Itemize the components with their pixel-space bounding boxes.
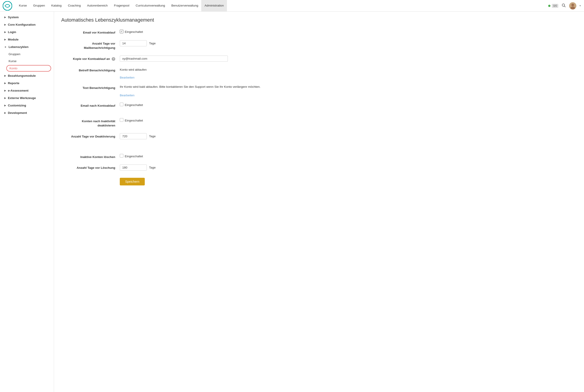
form-row-kopie: Kopie vor Kontoablauf an ? <box>61 56 577 62</box>
text-value: Ihr Konto wird bald ablaufen. Bitte kont… <box>120 84 260 89</box>
section-gap-3 <box>61 149 577 154</box>
chevron-icon: ▶ <box>4 74 6 77</box>
chevron-icon: ▶ <box>4 38 6 41</box>
control-anzahl-tage: Tage <box>120 40 577 46</box>
nav-item-autorenbereich[interactable]: Autorenbereich <box>84 0 111 12</box>
control-konten-deaktivieren: Eingeschaltet <box>120 118 577 122</box>
control-email-nach: Eingeschaltet <box>120 102 577 107</box>
form-row-anzahl-deaktivierung: Anzahl Tage vor Deaktivierung Tage <box>61 133 577 140</box>
svg-point-0 <box>3 1 12 10</box>
form-row-inaktive-loeschen: Inaktive Konten löschen Eingeschaltet <box>61 154 577 160</box>
konten-deaktivieren-value: Eingeschaltet <box>125 118 143 122</box>
sidebar-sub-item-konto[interactable]: Konto <box>6 65 51 72</box>
label-inaktive-loeschen: Inaktive Konten löschen <box>61 154 120 159</box>
input-anzahl-deaktivierung[interactable] <box>120 133 147 139</box>
form-row-anzahl-tage: Anzahl Tage vor Mailbenachrichtigung Tag… <box>61 40 577 51</box>
form-row-email-vor-kontoablauf: Email vor Kontoablauf Eingeschaltet <box>61 29 577 36</box>
sidebar-item-lebenszyklen[interactable]: ▼ Lebenszyklen <box>0 43 54 51</box>
chevron-icon: ▶ <box>4 30 6 34</box>
sidebar-item-externe-werkzeuge[interactable]: ▶ Externe Werkzeuge <box>0 94 54 102</box>
save-button[interactable]: Speichern <box>120 178 145 186</box>
sidebar-label-e-assessment: e-Assessment <box>8 89 29 92</box>
chevron-icon: ▶ <box>4 23 6 26</box>
control-anzahl-deaktivierung: Tage <box>120 133 577 139</box>
nav-item-gruppen[interactable]: Gruppen <box>30 0 48 12</box>
nav-item-administration[interactable]: Administration <box>201 0 227 12</box>
sidebar-item-login[interactable]: ▶ Login <box>0 28 54 36</box>
input-anzahl-loeschung[interactable] <box>120 164 147 170</box>
status-badge: 0/0 <box>552 4 558 8</box>
svg-point-4 <box>571 4 574 6</box>
checkbox-konten-deaktivieren[interactable] <box>120 118 123 122</box>
sidebar-item-reporte[interactable]: ▶ Reporte <box>0 80 54 87</box>
label-email-nach: Email nach Kontoablauf <box>61 102 120 108</box>
chevron-icon-expanded: ▼ <box>4 46 7 48</box>
form-row-email-nach: Email nach Kontoablauf Eingeschaltet <box>61 102 577 109</box>
sidebar-item-module[interactable]: ▶ Module <box>0 36 54 43</box>
checkbox-email-nach[interactable] <box>120 102 123 106</box>
nav-item-kurse[interactable]: Kurse <box>16 0 30 12</box>
label-konten-deaktivieren: Konten nach Inaktivität deaktivieren <box>61 118 120 128</box>
input-kopie[interactable] <box>120 56 228 62</box>
app-logo[interactable] <box>3 1 12 10</box>
sidebar: ▶ System ▶ Core Konfiguration ▶ Login ▶ … <box>0 12 54 392</box>
section-gap-2 <box>61 145 577 149</box>
nav-item-benutzerverwaltung[interactable]: Benutzerverwaltung <box>168 0 201 12</box>
sidebar-sub-item-kurse[interactable]: Kurse <box>0 58 54 64</box>
page-title: Automatisches Lebenszyklusmanagement <box>61 17 577 23</box>
checkbox-wrapper-email-nach: Eingeschaltet <box>120 102 143 107</box>
sidebar-label-lebenszyklen: Lebenszyklen <box>9 45 29 48</box>
sidebar-item-development[interactable]: ▶ Development <box>0 109 54 116</box>
control-save: Speichern <box>120 176 577 186</box>
page-layout: ▶ System ▶ Core Konfiguration ▶ Login ▶ … <box>0 12 584 392</box>
search-button[interactable] <box>560 2 567 9</box>
unit-tage-deakt: Tage <box>149 134 156 138</box>
checkbox-wrapper-email-vor: Eingeschaltet <box>120 29 143 34</box>
form-row-save: Speichern <box>61 176 577 186</box>
nav-items-list: Kurse Gruppen Katalog Coaching Autorenbe… <box>16 0 548 12</box>
checkbox-inaktive-loeschen[interactable] <box>120 154 123 158</box>
sidebar-label-core: Core Konfiguration <box>8 23 36 26</box>
top-navigation: Kurse Gruppen Katalog Coaching Autorenbe… <box>0 0 584 12</box>
sidebar-item-e-assessment[interactable]: ▶ e-Assessment <box>0 87 54 94</box>
text-edit-link[interactable]: Bearbeiten <box>120 94 260 97</box>
status-dot <box>548 5 550 7</box>
sidebar-label-module: Module <box>8 38 19 41</box>
main-content: Automatisches Lebenszyklusmanagement Ema… <box>54 12 584 392</box>
sidebar-item-system[interactable]: ▶ System <box>0 14 54 21</box>
sidebar-label-login: Login <box>8 30 16 34</box>
label-betreff: Betreff Benachrichtigung <box>61 67 120 73</box>
sidebar-label-development: Development <box>8 111 27 114</box>
label-text: Text Benachrichtigung <box>61 84 120 90</box>
nav-item-coaching[interactable]: Coaching <box>65 0 84 12</box>
chevron-icon: ▶ <box>4 89 6 92</box>
checkbox-email-vor-kontoablauf[interactable] <box>120 30 123 33</box>
sidebar-item-core-konfiguration[interactable]: ▶ Core Konfiguration <box>0 21 54 28</box>
betreff-block: Konto wird ablaufen Bearbeiten <box>120 67 147 79</box>
input-anzahl-tage[interactable] <box>120 40 147 46</box>
help-icon-kopie[interactable]: ? <box>112 57 115 61</box>
sidebar-sub-item-gruppen[interactable]: Gruppen <box>0 51 54 58</box>
label-anzahl-tage: Anzahl Tage vor Mailbenachrichtigung <box>61 40 120 50</box>
sidebar-item-customizing[interactable]: ▶ Customizing <box>0 102 54 109</box>
betreff-edit-link[interactable]: Bearbeiten <box>120 76 147 79</box>
form-row-text: Text Benachrichtigung Ihr Konto wird bal… <box>61 84 577 98</box>
user-menu-chevron[interactable]: ▼ <box>579 4 581 7</box>
svg-line-2 <box>564 6 565 7</box>
sidebar-label-customizing: Customizing <box>8 104 26 107</box>
sidebar-item-bezahlungsmodule[interactable]: ▶ Bezahlungsmodule <box>0 72 54 80</box>
label-kopie: Kopie vor Kontoablauf an ? <box>61 56 120 61</box>
checkbox-wrapper-inaktive: Eingeschaltet <box>120 154 143 158</box>
sidebar-label-externe-werkzeuge: Externe Werkzeuge <box>8 96 36 100</box>
inaktive-loeschen-value: Eingeschaltet <box>125 154 143 158</box>
checkbox-wrapper-konten-deaktivieren: Eingeschaltet <box>120 118 143 122</box>
nav-item-fragenpool[interactable]: Fragenpool <box>111 0 132 12</box>
label-anzahl-loeschung: Anzahl Tage vor Löschung <box>61 164 120 170</box>
nav-item-curriculumverwaltung[interactable]: Curriculumverwaltung <box>133 0 168 12</box>
unit-tage-mail: Tage <box>149 42 156 45</box>
sidebar-label-system: System <box>8 16 19 19</box>
nav-item-katalog[interactable]: Katalog <box>48 0 65 12</box>
form-row-konten-deaktivieren: Konten nach Inaktivität deaktivieren Ein… <box>61 118 577 129</box>
user-avatar[interactable] <box>569 2 576 10</box>
control-betreff: Konto wird ablaufen Bearbeiten <box>120 67 577 79</box>
